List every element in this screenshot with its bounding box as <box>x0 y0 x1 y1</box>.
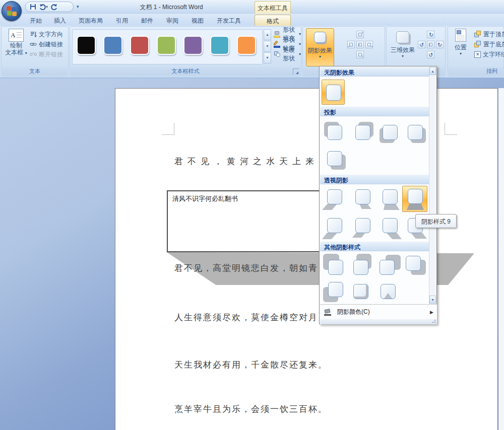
shadow-style-item[interactable] <box>323 120 346 145</box>
group-text: A 绘制 文本框 ▾ 文字方向 创建链接 断开链接 文本 <box>1 26 69 77</box>
nudge-shadow-up-button[interactable]: ↑ <box>356 31 364 38</box>
textbox-style-gallery <box>72 29 263 64</box>
link-icon <box>30 41 37 48</box>
gallery-down-icon[interactable]: ▼ <box>264 41 271 52</box>
bring-to-front-button[interactable]: 置于顶层 <box>474 30 504 39</box>
margin-mark <box>162 123 174 135</box>
shadow-color-menu-item[interactable]: 阴影颜色(C) ▶ <box>320 305 437 319</box>
redo-icon[interactable] <box>51 4 57 10</box>
shadow-style-item[interactable] <box>377 280 401 304</box>
scroll-up-icon[interactable]: ▲ <box>429 67 436 75</box>
style-swatch[interactable] <box>157 36 176 55</box>
shadow-style-item[interactable] <box>323 254 346 278</box>
undo-icon <box>39 4 46 10</box>
3d-effects-button[interactable]: 三维效果 ▾ <box>389 28 417 66</box>
tab-review[interactable]: 审阅 <box>160 15 184 26</box>
style-swatch[interactable] <box>237 36 256 55</box>
word-window: ▾ ▾ 文档 1 - Microsoft Word 文本框工具 开始 插入 页面… <box>0 0 504 430</box>
document-page[interactable]: 君不见，黄河之水天上来， 清风不识字何必乱翻书 君不见，高堂明镜悲白发，朝如青 … <box>115 88 498 430</box>
change-shape-button[interactable]: 更改形状▾ <box>274 50 301 59</box>
style-swatch[interactable] <box>77 36 96 55</box>
doc-line: 君不见，高堂明镜悲白发，朝如青 <box>174 262 318 274</box>
shadow-style-item[interactable] <box>323 147 346 171</box>
save-icon[interactable] <box>30 4 36 10</box>
shadow-effects-button[interactable]: 阴影效果 ▾ <box>306 28 334 66</box>
text-direction-label: 文字方向 <box>39 30 63 39</box>
group-styles-label: 文本框样式 <box>70 67 301 75</box>
ribbon-tab-row: 开始 插入 页面布局 引用 邮件 审阅 视图 开发工具 格式 <box>0 14 504 26</box>
text-direction-button[interactable]: 文字方向 <box>30 30 63 39</box>
shadow-style-item[interactable] <box>405 254 428 278</box>
tilt-left-button[interactable]: ↺ <box>418 41 425 48</box>
shadow-style-item[interactable] <box>323 187 346 211</box>
shadow-style-item[interactable] <box>351 187 374 211</box>
style-swatch[interactable] <box>210 36 229 55</box>
position-label: 位置 <box>455 44 467 51</box>
text-wrap-button[interactable]: 文字环绕 <box>474 50 504 59</box>
menu-scrollbar[interactable]: ▲ ▼ <box>429 67 436 304</box>
tab-insert[interactable]: 插入 <box>48 15 72 26</box>
3d-on-off-button[interactable]: / <box>427 41 434 48</box>
doc-line: 人生得意须尽欢，莫使金樽空对月 <box>174 312 318 323</box>
send-back-icon <box>474 41 481 48</box>
broken-link-icon <box>30 51 37 58</box>
shadow-style-item[interactable] <box>350 254 373 278</box>
shadow-on-off-button[interactable]: / <box>356 41 364 48</box>
title-bar: ▾ ▾ 文档 1 - Microsoft Word 文本框工具 <box>0 0 504 14</box>
nudge-shadow-right-button[interactable]: → <box>365 41 373 48</box>
undo-button[interactable]: ▾ <box>39 4 48 10</box>
nudge-shadow-down-button[interactable]: ↓ <box>356 51 364 58</box>
shadow-style-item[interactable] <box>351 120 374 145</box>
tilt-right-button[interactable]: ↻ <box>436 41 444 48</box>
create-link-button[interactable]: 创建链接 <box>30 40 63 49</box>
shadow-style-item[interactable] <box>323 280 346 304</box>
text-wrap-icon <box>474 51 481 58</box>
shadow-style-item[interactable] <box>377 254 401 278</box>
group-arrange-label: 排列 <box>448 67 503 75</box>
shadow-style-item[interactable] <box>379 216 402 240</box>
shadow-style-none-selected[interactable] <box>322 80 345 105</box>
shape-fill-icon <box>274 31 281 38</box>
page-edge-strip <box>498 88 504 430</box>
shadow-style-item[interactable] <box>404 120 427 145</box>
style-swatch[interactable] <box>183 36 203 55</box>
text-wrap-label: 文字环绕 <box>483 50 504 59</box>
doc-line: 君不见，黄河之水天上来， <box>174 156 332 167</box>
position-button[interactable]: 位置 ▾ <box>450 29 471 55</box>
tab-home[interactable]: 开始 <box>24 15 47 26</box>
gallery-up-icon[interactable]: ▲ <box>264 29 271 40</box>
draw-textbox-button[interactable]: A 绘制 文本框 ▾ <box>5 29 28 56</box>
doc-line: 烹羊宰牛且为乐，会须一饮三百杯。 <box>174 403 328 415</box>
style-swatch[interactable] <box>103 36 122 55</box>
section-header-no-shadow: 无阴影效果 <box>320 67 430 77</box>
shadow-style-item[interactable] <box>323 216 346 240</box>
break-link-button: 断开链接 <box>30 50 63 59</box>
window-title: 文档 1 - Microsoft Word <box>91 3 252 12</box>
shadow-style-item[interactable] <box>350 280 373 304</box>
shadow-style-9-item-hovered[interactable] <box>402 186 427 212</box>
send-to-back-button[interactable]: 置于底层 <box>474 40 504 49</box>
shadow-style-item[interactable] <box>379 120 402 145</box>
resize-grip-icon <box>432 319 436 323</box>
dialog-launcher-icon[interactable] <box>293 68 299 75</box>
customize-qat-icon[interactable]: ▾ <box>77 4 79 9</box>
tilt-down-button[interactable]: ↺ <box>427 51 434 58</box>
margin-mark <box>445 123 457 135</box>
gallery-more-icon[interactable]: ▼ <box>264 52 271 63</box>
menu-resize-strip[interactable] <box>320 319 437 324</box>
scroll-down-icon[interactable]: ▼ <box>429 296 436 304</box>
tab-mailings[interactable]: 邮件 <box>135 15 159 26</box>
tilt-up-button[interactable]: ↻ <box>427 31 434 38</box>
style-swatch[interactable] <box>130 36 149 55</box>
tab-references[interactable]: 引用 <box>110 15 134 26</box>
tab-format[interactable]: 格式 <box>255 15 291 26</box>
nudge-shadow-left-button[interactable]: ← <box>347 41 355 48</box>
tab-layout[interactable]: 页面布局 <box>73 15 109 26</box>
text-direction-icon <box>30 31 37 38</box>
office-button[interactable] <box>2 1 22 21</box>
shadow-style-item[interactable] <box>379 187 402 211</box>
tooltip: 阴影样式 9 <box>415 214 457 228</box>
shadow-style-item[interactable] <box>351 216 374 240</box>
tab-view[interactable]: 视图 <box>185 15 210 26</box>
tab-developer[interactable]: 开发工具 <box>211 15 247 26</box>
